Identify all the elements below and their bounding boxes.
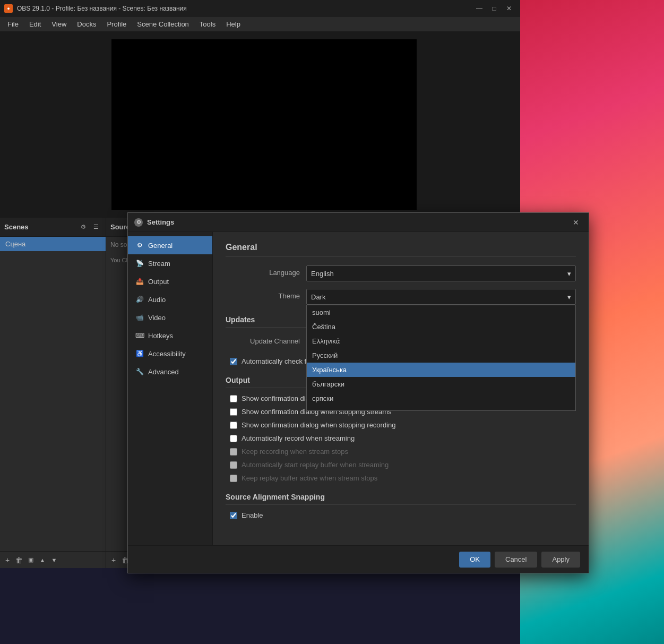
scenes-settings-btn[interactable]: ⚙: [78, 222, 89, 233]
dropdown-item-greek[interactable]: Ελληνικά: [307, 334, 575, 348]
replay-buffer-checkbox: [230, 461, 237, 469]
hotkeys-icon: ⌨: [135, 331, 144, 340]
menu-file[interactable]: File: [2, 18, 24, 30]
dropdown-item-russian[interactable]: Русский: [307, 348, 575, 363]
keep-replay-row: Keep replay buffer active when stream st…: [226, 474, 576, 482]
replay-buffer-label: Automatically start replay buffer when s…: [242, 461, 389, 469]
theme-select[interactable]: Dark ▾: [306, 289, 576, 305]
dropdown-item-hebrew[interactable]: עברית: [307, 406, 575, 411]
scenes-header: Scenes ⚙ ☰: [0, 218, 106, 237]
settings-dialog: ⚙ Settings ✕ ⚙ General 📡 Stream 📤 Output…: [127, 212, 589, 573]
language-select[interactable]: English ▾: [306, 265, 576, 281]
keep-replay-checkbox: [230, 475, 237, 482]
confirm-start-checkbox[interactable]: [230, 395, 237, 402]
settings-content: General Language English ▾ Theme Dark ▾: [213, 232, 589, 545]
general-icon: ⚙: [135, 241, 144, 250]
preview-area: [0, 32, 520, 218]
scene-add-button[interactable]: +: [2, 555, 13, 565]
stream-icon: 📡: [135, 259, 144, 268]
auto-check-checkbox[interactable]: [230, 358, 237, 365]
ok-button[interactable]: OK: [459, 552, 490, 568]
accessibility-icon: ♿: [135, 349, 144, 358]
auto-record-label[interactable]: Automatically record when streaming: [242, 434, 355, 442]
confirm-stop-rec-row: Show confirmation dialog when stopping r…: [226, 421, 576, 429]
general-section-title: General: [226, 243, 576, 257]
scene-filter-button[interactable]: ▣: [25, 555, 36, 565]
chevron-down-icon: ▾: [567, 293, 571, 301]
window-controls: — □ ✕: [472, 3, 516, 14]
keep-recording-label: Keep recording when stream stops: [242, 448, 348, 456]
menu-tools[interactable]: Tools: [194, 18, 221, 30]
snapping-enable-row: Enable: [226, 511, 576, 519]
scenes-title: Scenes: [4, 223, 76, 231]
auto-record-row: Automatically record when streaming: [226, 434, 576, 442]
maximize-button[interactable]: □: [487, 3, 501, 14]
language-row: Language English ▾: [226, 265, 576, 281]
confirm-stop-checkbox[interactable]: [230, 408, 237, 416]
menu-help[interactable]: Help: [221, 18, 246, 30]
keep-recording-row: Keep recording when stream stops: [226, 448, 576, 456]
snapping-enable-checkbox[interactable]: [230, 512, 237, 519]
scenes-add-btn[interactable]: ☰: [91, 222, 101, 233]
menu-edit[interactable]: Edit: [24, 18, 46, 30]
replay-buffer-row: Automatically start replay buffer when s…: [226, 461, 576, 469]
dropdown-item-suomi[interactable]: suomi: [307, 305, 575, 320]
cancel-button[interactable]: Cancel: [495, 552, 537, 568]
language-control: English ▾: [306, 265, 576, 281]
nav-item-advanced[interactable]: 🔧 Advanced: [128, 363, 212, 381]
update-channel-label: Update Channel: [226, 334, 300, 345]
apply-button[interactable]: Apply: [541, 552, 580, 568]
dialog-close-button[interactable]: ✕: [570, 216, 582, 229]
scenes-panel: Scenes ⚙ ☰ Сцена + 🗑 ▣ ▲ ▼: [0, 218, 106, 568]
menu-docks[interactable]: Docks: [72, 18, 101, 30]
settings-nav: ⚙ General 📡 Stream 📤 Output 🔊 Audio 📹 Vi…: [128, 232, 213, 545]
theme-dropdown-list: suomi Čeština Ελληνικά Русский Українськ…: [306, 305, 576, 411]
chevron-down-icon: ▾: [567, 270, 571, 278]
nav-item-hotkeys[interactable]: ⌨ Hotkeys: [128, 327, 212, 345]
keep-recording-checkbox: [230, 448, 237, 456]
advanced-icon: 🔧: [135, 367, 144, 376]
language-label: Language: [226, 265, 300, 277]
theme-row: Theme Dark ▾ suomi Čeština Ελληνικά Русс…: [226, 289, 576, 305]
dialog-footer: OK Cancel Apply: [128, 545, 589, 573]
menu-scene-collection[interactable]: Scene Collection: [132, 18, 194, 30]
menu-profile[interactable]: Profile: [101, 18, 132, 30]
snapping-enable-label[interactable]: Enable: [242, 511, 263, 519]
theme-control: Dark ▾ suomi Čeština Ελληνικά Русский Ук…: [306, 289, 576, 305]
nav-item-audio[interactable]: 🔊 Audio: [128, 290, 212, 308]
nav-item-general[interactable]: ⚙ General: [128, 236, 212, 254]
nav-item-output[interactable]: 📤 Output: [128, 272, 212, 290]
nav-item-accessibility[interactable]: ♿ Accessibility: [128, 345, 212, 363]
window-title: OBS 29.1.0 - Profile: Без названия - Sce…: [17, 5, 468, 12]
dropdown-item-bulgarian[interactable]: български: [307, 377, 575, 391]
scene-up-button[interactable]: ▲: [37, 555, 48, 565]
snapping-section-title: Source Alignment Snapping: [226, 493, 576, 505]
scene-item[interactable]: Сцена: [0, 237, 106, 251]
settings-gear-icon: ⚙: [134, 218, 143, 227]
dropdown-item-serbian[interactable]: српски: [307, 391, 575, 406]
preview-canvas: [111, 39, 417, 210]
dialog-title: ⚙ Settings: [134, 218, 570, 227]
theme-label: Theme: [226, 289, 300, 300]
title-bar: ● OBS 29.1.0 - Profile: Без названия - S…: [0, 0, 520, 17]
menu-bar: File Edit View Docks Profile Scene Colle…: [0, 17, 520, 32]
minimize-button[interactable]: —: [472, 3, 486, 14]
dropdown-item-ukrainian[interactable]: Українська: [307, 363, 575, 377]
nav-item-video[interactable]: 📹 Video: [128, 308, 212, 327]
source-add-button[interactable]: +: [108, 555, 119, 565]
dropdown-item-cestina[interactable]: Čeština: [307, 320, 575, 334]
scene-down-button[interactable]: ▼: [49, 555, 59, 565]
output-icon: 📤: [135, 277, 144, 286]
dialog-titlebar: ⚙ Settings ✕: [128, 213, 589, 232]
dialog-body: ⚙ General 📡 Stream 📤 Output 🔊 Audio 📹 Vi…: [128, 232, 589, 545]
confirm-stop-rec-checkbox[interactable]: [230, 422, 237, 429]
menu-view[interactable]: View: [46, 18, 72, 30]
scenes-toolbar: + 🗑 ▣ ▲ ▼: [0, 551, 106, 568]
app-icon: ●: [4, 4, 13, 13]
confirm-stop-rec-label[interactable]: Show confirmation dialog when stopping r…: [242, 421, 396, 429]
audio-icon: 🔊: [135, 295, 144, 304]
scene-remove-button[interactable]: 🗑: [14, 555, 24, 565]
auto-record-checkbox[interactable]: [230, 435, 237, 442]
nav-item-stream[interactable]: 📡 Stream: [128, 254, 212, 272]
close-button[interactable]: ✕: [502, 3, 516, 14]
